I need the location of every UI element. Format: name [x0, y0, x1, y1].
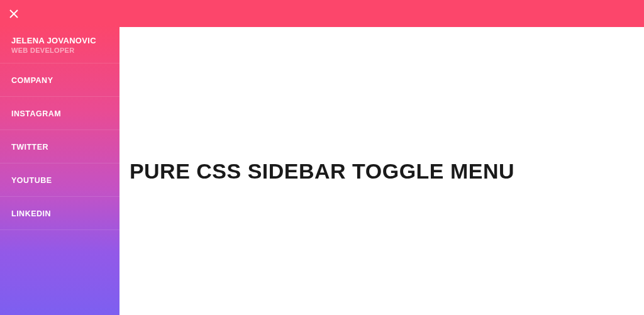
profile-role: WEB DEVELOPER — [11, 47, 108, 54]
sidebar-profile[interactable]: JELENA JOVANOVIC WEB DEVELOPER — [0, 27, 119, 64]
sidebar-item-label: TWITTER — [11, 143, 48, 152]
sidebar-item-instagram[interactable]: INSTAGRAM — [0, 97, 119, 130]
sidebar-item-youtube[interactable]: YOUTUBE — [0, 163, 119, 197]
page-title: PURE CSS SIDEBAR TOGGLE MENU — [130, 159, 514, 184]
sidebar: JELENA JOVANOVIC WEB DEVELOPER COMPANY I… — [0, 0, 119, 315]
sidebar-item-label: COMPANY — [11, 76, 53, 85]
sidebar-item-linkedin[interactable]: LINKEDIN — [0, 197, 119, 230]
sidebar-item-twitter[interactable]: TWITTER — [0, 130, 119, 163]
close-icon — [8, 8, 19, 19]
sidebar-item-label: YOUTUBE — [11, 176, 52, 185]
sidebar-item-label: LINKEDIN — [11, 209, 51, 218]
sidebar-item-label: INSTAGRAM — [11, 109, 61, 118]
sidebar-item-company[interactable]: COMPANY — [0, 64, 119, 97]
profile-name: JELENA JOVANOVIC — [11, 36, 108, 45]
close-sidebar-button[interactable] — [0, 0, 27, 27]
